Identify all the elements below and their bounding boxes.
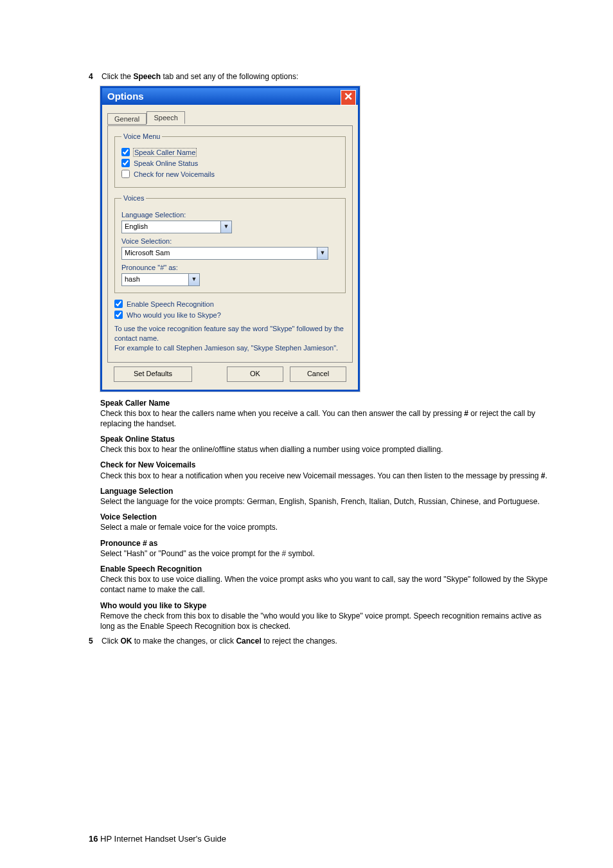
who-skype-row[interactable]: Who would you like to Skype? (114, 311, 346, 319)
pronounce-hash-value: hash (122, 274, 188, 285)
step-5-num: 5 (89, 637, 93, 646)
footer-title: HP Internet Handset User's Guide (98, 834, 226, 844)
enable-speech-label: Enable Speech Recognition (127, 300, 214, 308)
dialog-titlebar: Options ✕ (102, 88, 358, 105)
voice-selection-dropdown[interactable]: Microsoft Sam ▼ (121, 247, 328, 260)
speak-online-status-label: Speak Online Status (134, 159, 198, 167)
t-who: Remove the check from this box to disabl… (100, 611, 542, 631)
step-5-b2: Cancel (236, 637, 261, 646)
step-4-bold: Speech (133, 72, 161, 81)
tab-speech[interactable]: Speech (147, 111, 184, 124)
step-5-t3: to reject the changes. (262, 637, 337, 646)
language-selection-value: English (122, 221, 220, 233)
t-ls: Select the language for the voice prompt… (100, 497, 540, 506)
step-4-text-1: Click the (102, 72, 133, 81)
speak-online-status-checkbox[interactable] (121, 159, 130, 167)
step-5-t2: to make the changes, or click (132, 637, 236, 646)
h-scn: Speak Caller Name (100, 399, 170, 408)
speak-caller-name-checkbox[interactable] (121, 148, 130, 156)
t-vs: Select a male or female voice for the vo… (100, 523, 278, 532)
step-5: 5 Click OK to make the changes, or click… (89, 637, 550, 646)
chevron-down-icon: ▼ (317, 248, 328, 259)
who-skype-label: Who would you like to Skype? (127, 311, 221, 319)
h-esr: Enable Speech Recognition (100, 565, 202, 574)
step-5-b1: OK (120, 637, 132, 646)
cancel-button[interactable]: Cancel (290, 366, 346, 382)
enable-speech-checkbox[interactable] (114, 300, 123, 308)
h-who: Who would you like to Skype (100, 601, 206, 610)
h-vs: Voice Selection (100, 512, 157, 521)
language-selection-label: Language Selection: (121, 211, 339, 219)
t-pa: Select "Hash" or "Pound" as the voice pr… (100, 549, 315, 558)
instr-line-2: For example to call Stephen Jamieson say… (114, 343, 346, 353)
page-footer: 16 HP Internet Handset User's Guide (89, 834, 226, 844)
close-icon: ✕ (344, 91, 353, 103)
t-scn-1: Check this box to hear the callers name … (100, 409, 464, 418)
speech-instructions: To use the voice recognition feature say… (114, 324, 346, 353)
voice-selection-label: Voice Selection: (121, 237, 339, 245)
t-esr: Check this box to use voice dialling. Wh… (100, 575, 547, 594)
h-pa: Pronounce # as (100, 539, 157, 548)
who-skype-checkbox[interactable] (114, 311, 123, 319)
voices-group: Voices Language Selection: English ▼ Voi… (114, 194, 346, 293)
page-number: 16 (89, 834, 98, 844)
step-4-text-2: tab and set any of the following options… (161, 72, 298, 81)
check-voicemails-row[interactable]: Check for new Voicemails (121, 170, 339, 178)
voice-menu-group: Voice Menu Speak Caller Name Speak Onlin… (114, 132, 346, 188)
pronounce-hash-label: Pronounce "#" as: (121, 264, 339, 271)
h-cnv: Check for New Voicemails (100, 460, 196, 469)
check-voicemails-checkbox[interactable] (121, 170, 130, 178)
tab-strip: General Speech (107, 111, 353, 125)
step-5-t1: Click (102, 637, 120, 646)
check-voicemails-label: Check for new Voicemails (134, 170, 215, 178)
chevron-down-icon: ▼ (188, 274, 199, 285)
tab-general[interactable]: General (107, 113, 147, 125)
voice-menu-legend: Voice Menu (121, 132, 162, 140)
tab-panel-speech: Voice Menu Speak Caller Name Speak Onlin… (107, 125, 353, 363)
chevron-down-icon: ▼ (220, 221, 231, 233)
voices-legend: Voices (121, 194, 146, 202)
ok-button[interactable]: OK (227, 366, 283, 382)
step-4: 4 Click the Speech tab and set any of th… (89, 72, 550, 81)
t-cnv-2: . (545, 471, 547, 480)
set-defaults-button[interactable]: Set Defaults (114, 366, 192, 382)
dialog-button-row: Set Defaults OK Cancel (107, 363, 353, 386)
step-4-num: 4 (89, 72, 93, 81)
b-scn: # (464, 409, 468, 418)
t-cnv-1: Check this box to hear a notification wh… (100, 471, 541, 480)
pronounce-hash-dropdown[interactable]: hash ▼ (121, 273, 200, 286)
voice-selection-value: Microsoft Sam (122, 248, 317, 259)
h-ls: Language Selection (100, 487, 173, 496)
enable-speech-row[interactable]: Enable Speech Recognition (114, 300, 346, 308)
language-selection-dropdown[interactable]: English ▼ (121, 221, 232, 233)
speak-caller-name-label: Speak Caller Name (134, 149, 196, 156)
options-dialog: Options ✕ General Speech Voice Menu Spea… (100, 86, 360, 392)
close-button[interactable]: ✕ (341, 90, 356, 105)
dialog-title: Options (107, 91, 144, 102)
speak-caller-name-row[interactable]: Speak Caller Name (121, 148, 339, 156)
t-sos: Check this box to hear the online/offlin… (100, 445, 443, 454)
h-sos: Speak Online Status (100, 435, 175, 444)
speak-online-status-row[interactable]: Speak Online Status (121, 159, 339, 167)
instr-line-1: To use the voice recognition feature say… (114, 324, 346, 343)
